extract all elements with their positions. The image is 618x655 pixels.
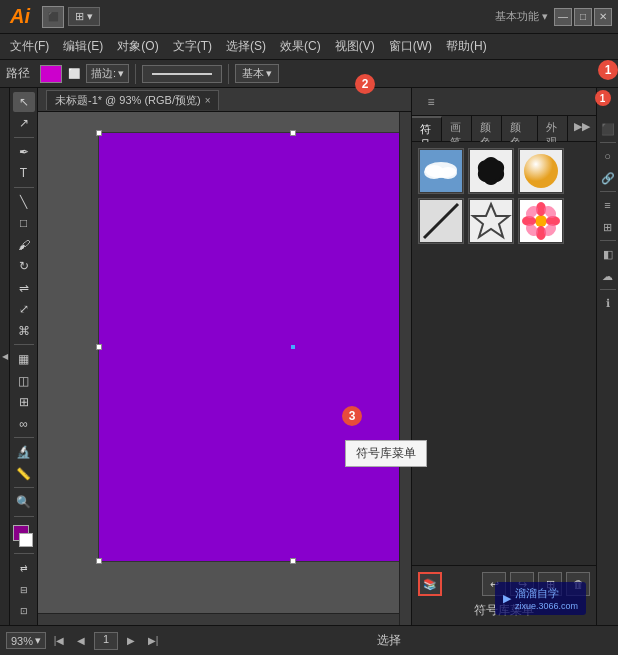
basic-dropdown[interactable]: 基本 ▾ [235,64,279,83]
tool-gradient[interactable]: ◫ [13,371,35,391]
tool-view-mode[interactable]: ⊟ [13,580,35,600]
symbol-line[interactable] [418,198,464,244]
maximize-button[interactable]: □ [574,8,592,26]
next-page-btn[interactable]: ▶ [122,632,140,650]
tool-screen-mode[interactable]: ⊡ [13,601,35,621]
zoom-dropdown[interactable]: 93%▾ [6,632,46,649]
tool-swap-colors[interactable]: ⇄ [13,558,35,578]
tool-blend[interactable]: ∞ [13,414,35,434]
symbol-library-button[interactable]: 📚 [418,572,442,596]
panel-top-actions: ≡ [420,91,442,113]
background-color[interactable] [19,533,33,547]
sidebar-sep4 [600,289,616,290]
panel-tabs: 符号 画笔 颜色 颜色色 外观 ▶▶ [412,116,596,142]
menu-edit[interactable]: 编辑(E) [57,36,109,57]
menu-view[interactable]: 视图(V) [329,36,381,57]
stroke-line-selector[interactable] [142,65,222,83]
tooltip-box: 符号库菜单 [345,440,427,467]
sidebar-transform-btn[interactable]: ⊞ [599,218,617,236]
document-tab[interactable]: 未标题-1* @ 93% (RGB/预览) × [46,90,219,110]
symbol-star[interactable] [468,198,514,244]
minimize-button[interactable]: — [554,8,572,26]
tool-line[interactable]: ╲ [13,192,35,212]
tabs-more-button[interactable]: ▶▶ [568,116,596,141]
view-mode-dropdown[interactable]: ⊞ ▾ [68,7,100,26]
tooltip-text: 符号库菜单 [356,446,416,460]
left-collapse-button[interactable]: ◀ [0,88,10,625]
tool-paintbrush[interactable]: 🖌 [13,235,35,255]
tool-scale[interactable]: ⤢ [13,299,35,319]
close-button[interactable]: ✕ [594,8,612,26]
fill-color-swatch[interactable] [40,65,62,83]
sidebar-pathfinder-btn[interactable]: ◧ [599,245,617,263]
vertical-scrollbar[interactable] [399,112,411,625]
tool-rotate[interactable]: ↻ [13,256,35,276]
menu-window[interactable]: 窗口(W) [383,36,438,57]
canvas-header: 未标题-1* @ 93% (RGB/预览) × [38,88,411,112]
handle-mid-left[interactable] [96,344,102,350]
sidebar-layers-btn[interactable]: ⬛ [599,120,617,138]
color-area [13,525,35,550]
menu-effect[interactable]: 效果(C) [274,36,327,57]
handle-top-left[interactable] [96,130,102,136]
menu-file[interactable]: 文件(F) [4,36,55,57]
handle-top-mid[interactable] [290,130,296,136]
stroke-label: 描边: [91,66,116,81]
app-logo: Ai [6,5,34,28]
first-page-btn[interactable]: |◀ [50,632,68,650]
tool-select[interactable]: ↖ [13,92,35,112]
tool-warp[interactable]: ⌘ [13,321,35,341]
tool-type[interactable]: T [13,163,35,183]
page-number-input[interactable]: 1 [94,632,118,650]
sidebar-info-btn[interactable]: ℹ [599,294,617,312]
tool-zoom[interactable]: 🔍 [13,492,35,512]
tab-color2[interactable]: 颜色色 [502,116,538,141]
tab-symbol[interactable]: 符号 [412,116,442,141]
menu-object[interactable]: 对象(O) [111,36,164,57]
tool-mirror[interactable]: ⇌ [13,278,35,298]
symbol-sphere[interactable] [518,148,564,194]
tab-close-button[interactable]: × [205,95,211,106]
prev-page-btn[interactable]: ◀ [72,632,90,650]
toolbar-sep5 [14,487,34,488]
symbol-flower[interactable] [518,198,564,244]
tool-measure[interactable]: 📏 [13,464,35,484]
panel-settings-btn[interactable]: ≡ [420,91,442,113]
sidebar-link-btn[interactable]: 🔗 [599,169,617,187]
menu-type[interactable]: 文字(T) [167,36,218,57]
status-bar: 93%▾ |◀ ◀ 1 ▶ ▶| 选择 [0,625,618,655]
tool-mesh[interactable]: ⊞ [13,392,35,412]
tool-direct-select[interactable]: ↗ [13,114,35,134]
sidebar-artboard-btn[interactable]: ○ [599,147,617,165]
tab-brush[interactable]: 画笔 [442,116,472,141]
title-bar: Ai ⬛ ⊞ ▾ 基本功能 ▾ — □ ✕ [0,0,618,34]
tab-color[interactable]: 颜色 [472,116,502,141]
right-sidebar: 1 ⬛ ○ 🔗 ≡ ⊞ ◧ ☁ ℹ [596,88,618,625]
doc-icon[interactable]: ⬛ [42,6,64,28]
sidebar-cc-libs-btn[interactable]: ☁ [599,267,617,285]
annotation-badge-1: 1 [595,90,611,106]
last-page-btn[interactable]: ▶| [144,632,162,650]
canvas-body[interactable] [38,112,411,625]
options-bar: 路径 ⬜ 描边:▾ 基本 ▾ [0,60,618,88]
sidebar-align-btn[interactable]: ≡ [599,196,617,214]
symbol-splat[interactable] [468,148,514,194]
horizontal-scrollbar[interactable] [38,613,399,625]
tool-graph[interactable]: ▦ [13,349,35,369]
handle-bot-left[interactable] [96,558,102,564]
stroke-dropdown[interactable]: 描边:▾ [86,64,129,83]
menu-select[interactable]: 选择(S) [220,36,272,57]
symbol-cloud[interactable] [418,148,464,194]
path-label: 路径 [6,65,30,82]
basic-label: 基本 [242,66,264,81]
toolbar-sep2 [14,187,34,188]
tool-rect[interactable]: □ [13,213,35,233]
tool-pen[interactable]: ✒ [13,142,35,162]
menu-help[interactable]: 帮助(H) [440,36,493,57]
workspace-label[interactable]: 基本功能 ▾ [495,9,548,24]
tab-appearance[interactable]: 外观 [538,116,568,141]
handle-bot-mid[interactable] [290,558,296,564]
badge1-area: 1 [597,92,619,114]
window-controls: — □ ✕ [554,8,612,26]
tool-eyedropper[interactable]: 🔬 [13,442,35,462]
